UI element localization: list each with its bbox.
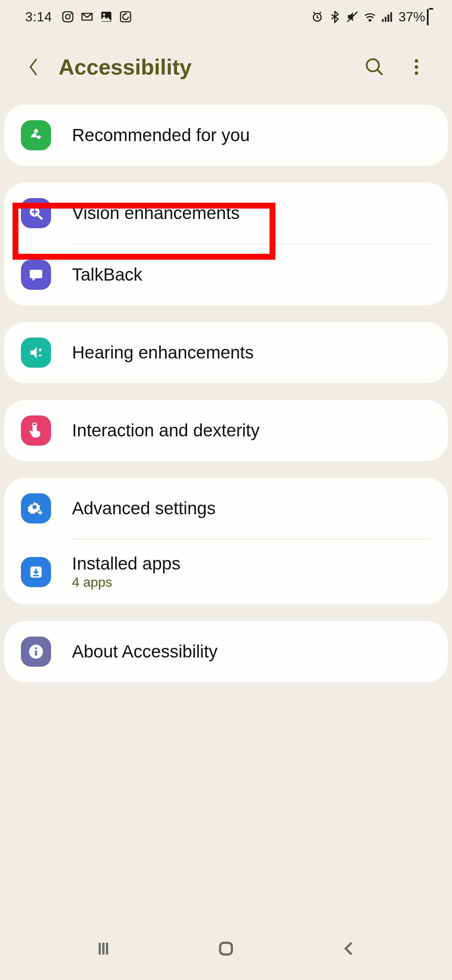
item-label: Interaction and dexterity bbox=[72, 420, 431, 441]
back-button[interactable] bbox=[21, 54, 46, 80]
svg-line-13 bbox=[377, 70, 383, 75]
magnifier-plus-icon bbox=[21, 198, 51, 228]
svg-point-4 bbox=[103, 13, 105, 15]
mute-icon bbox=[346, 10, 359, 23]
svg-point-34 bbox=[35, 647, 37, 649]
item-label: Installed apps bbox=[72, 554, 180, 574]
download-icon bbox=[21, 557, 51, 587]
svg-point-28 bbox=[33, 505, 37, 509]
item-hearing-enhancements[interactable]: Hearing enhancements bbox=[4, 322, 448, 383]
item-label: Hearing enhancements bbox=[72, 343, 431, 363]
svg-point-17 bbox=[34, 129, 38, 133]
svg-rect-10 bbox=[388, 15, 389, 22]
item-label: Advanced settings bbox=[72, 498, 431, 518]
touch-icon bbox=[21, 415, 51, 446]
wifi-icon bbox=[363, 10, 377, 23]
card-interaction: Interaction and dexterity bbox=[4, 400, 448, 461]
svg-point-12 bbox=[367, 59, 379, 71]
more-button[interactable] bbox=[406, 57, 427, 77]
speaker-adjust-icon bbox=[21, 338, 51, 368]
item-label: Recommended for you bbox=[72, 125, 431, 145]
battery-percent: 37% bbox=[398, 9, 425, 25]
item-talkback[interactable]: TalkBack bbox=[4, 244, 448, 305]
nav-back-button[interactable] bbox=[336, 936, 361, 961]
item-installed-apps[interactable]: Installed apps 4 apps bbox=[4, 539, 448, 604]
card-recommended: Recommended for you bbox=[4, 105, 448, 166]
nav-recents-button[interactable] bbox=[91, 936, 116, 961]
card-about: About Accessibility bbox=[4, 621, 448, 682]
status-left: 3:14 bbox=[25, 9, 132, 25]
bluetooth-icon bbox=[328, 10, 342, 23]
signal-icon bbox=[381, 10, 394, 23]
card-advanced: Advanced settings Installed apps 4 apps bbox=[4, 478, 448, 604]
item-about-accessibility[interactable]: About Accessibility bbox=[4, 621, 448, 682]
item-label: TalkBack bbox=[72, 265, 431, 285]
photos-icon bbox=[100, 10, 113, 23]
gmail-icon bbox=[80, 10, 94, 23]
svg-point-15 bbox=[415, 65, 418, 69]
svg-line-19 bbox=[38, 215, 42, 219]
status-clock: 3:14 bbox=[25, 9, 52, 25]
alarm-icon bbox=[311, 10, 324, 23]
speech-bubble-icon bbox=[21, 260, 51, 290]
nav-home-button[interactable] bbox=[213, 936, 239, 961]
card-hearing: Hearing enhancements bbox=[4, 322, 448, 383]
item-label: Vision enhancements bbox=[72, 203, 431, 223]
status-bar: 3:14 37% bbox=[0, 0, 452, 34]
app-header: Accessibility bbox=[0, 34, 452, 105]
person-heart-icon bbox=[21, 120, 51, 150]
info-icon bbox=[21, 637, 51, 667]
system-navbar bbox=[0, 926, 452, 980]
status-right: 37% bbox=[311, 9, 435, 25]
svg-rect-22 bbox=[30, 270, 42, 278]
svg-point-16 bbox=[415, 71, 418, 75]
update-icon bbox=[119, 10, 132, 23]
battery-icon bbox=[427, 10, 435, 24]
svg-point-2 bbox=[70, 13, 72, 14]
item-sublabel: 4 apps bbox=[72, 575, 180, 590]
svg-rect-39 bbox=[220, 943, 232, 954]
svg-point-14 bbox=[415, 59, 418, 62]
card-vision: Vision enhancements TalkBack bbox=[4, 183, 448, 305]
item-label: About Accessibility bbox=[72, 642, 431, 662]
item-advanced-settings[interactable]: Advanced settings bbox=[4, 478, 448, 539]
svg-rect-8 bbox=[382, 19, 384, 22]
settings-list: Recommended for you Vision enhancements … bbox=[0, 105, 452, 682]
page-title: Accessibility bbox=[59, 54, 364, 80]
search-button[interactable] bbox=[364, 57, 385, 77]
item-recommended[interactable]: Recommended for you bbox=[4, 105, 448, 166]
battery-indicator: 37% bbox=[398, 9, 435, 25]
item-interaction-dexterity[interactable]: Interaction and dexterity bbox=[4, 400, 448, 461]
svg-point-1 bbox=[66, 15, 70, 19]
svg-rect-9 bbox=[385, 17, 386, 22]
item-vision-enhancements[interactable]: Vision enhancements bbox=[4, 183, 448, 244]
gear-plus-icon bbox=[21, 493, 51, 524]
svg-rect-11 bbox=[390, 12, 392, 22]
svg-rect-35 bbox=[35, 650, 37, 656]
instagram-icon bbox=[61, 10, 74, 23]
